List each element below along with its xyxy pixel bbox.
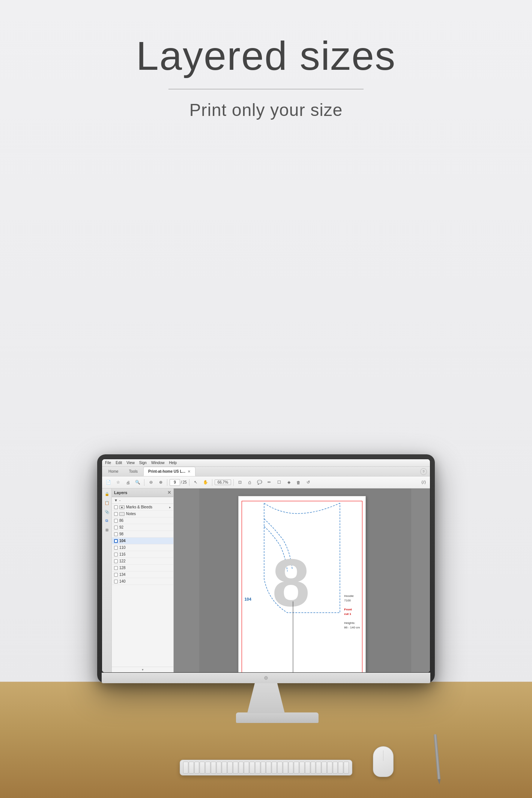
layer-116-checkbox[interactable] bbox=[114, 553, 118, 556]
key-6[interactable] bbox=[211, 762, 216, 774]
key-13[interactable] bbox=[249, 762, 255, 774]
menu-help[interactable]: Help bbox=[169, 461, 177, 465]
key-11[interactable] bbox=[239, 762, 244, 774]
layer-134-checkbox[interactable] bbox=[114, 573, 118, 577]
key-12[interactable] bbox=[244, 762, 249, 774]
tool-lock-icon[interactable]: 🔒 bbox=[103, 490, 111, 497]
tab-print[interactable]: Print-at-home US L... ✕ bbox=[143, 467, 195, 476]
layer-128-checkbox[interactable] bbox=[114, 566, 118, 570]
key-18[interactable] bbox=[277, 762, 283, 774]
key-16[interactable] bbox=[266, 762, 271, 774]
key-24[interactable] bbox=[311, 762, 316, 774]
pattern-number: 7100 bbox=[344, 598, 360, 603]
tool-layers-icon[interactable]: ⧉ bbox=[103, 517, 111, 524]
layer-86-checkbox[interactable] bbox=[114, 519, 118, 523]
key-17[interactable] bbox=[272, 762, 277, 774]
tool-extra-icon[interactable]: ⊞ bbox=[103, 526, 111, 534]
layer-134[interactable]: 134 bbox=[112, 571, 173, 578]
toolbar-sep-2 bbox=[167, 479, 167, 486]
key-21[interactable] bbox=[294, 762, 299, 774]
key-19[interactable] bbox=[283, 762, 288, 774]
key-1[interactable] bbox=[183, 762, 188, 774]
keyboard[interactable] bbox=[180, 760, 352, 775]
page-input[interactable] bbox=[170, 479, 180, 486]
menu-window[interactable]: Window bbox=[151, 461, 165, 465]
layer-98-checkbox[interactable] bbox=[114, 532, 118, 536]
layer-92-checkbox[interactable] bbox=[114, 526, 118, 529]
key-4[interactable] bbox=[200, 762, 205, 774]
key-26[interactable] bbox=[322, 762, 327, 774]
toolbar-new-icon[interactable]: 📄 bbox=[104, 478, 113, 487]
toolbar-stamp-icon[interactable]: ◈ bbox=[285, 478, 293, 487]
tab-tools[interactable]: Tools bbox=[124, 467, 143, 476]
toolbar-hand-icon[interactable]: ✋ bbox=[201, 478, 210, 487]
key-22[interactable] bbox=[299, 762, 305, 774]
key-10[interactable] bbox=[233, 762, 238, 774]
key-14[interactable] bbox=[255, 762, 260, 774]
layer-marks-bleeds[interactable]: ■ Marks & Bleeds ▸ bbox=[112, 504, 173, 511]
key-28[interactable] bbox=[333, 762, 338, 774]
tab-home[interactable]: Home bbox=[104, 467, 123, 476]
toolbar-share-icon[interactable]: ⟨/⟩ bbox=[419, 478, 428, 487]
layer-marks-expand[interactable]: ▸ bbox=[169, 505, 171, 509]
layers-scroll-down[interactable]: ▾ bbox=[112, 667, 173, 672]
layer-104-checkbox[interactable] bbox=[114, 539, 118, 543]
layer-marks-checkbox[interactable] bbox=[114, 505, 118, 509]
key-29[interactable] bbox=[338, 762, 343, 774]
key-30[interactable] bbox=[344, 762, 349, 774]
key-25[interactable] bbox=[316, 762, 321, 774]
key-20[interactable] bbox=[289, 762, 294, 774]
toolbar-delete-icon[interactable]: 🗑 bbox=[295, 478, 303, 487]
key-7[interactable] bbox=[216, 762, 222, 774]
toolbar-crop-icon[interactable]: ⊡ bbox=[236, 478, 244, 487]
key-27[interactable] bbox=[327, 762, 332, 774]
toolbar-zoom-icon[interactable]: 🔍 bbox=[134, 478, 142, 487]
gray-right-margin bbox=[411, 488, 430, 672]
toolbar-pen-icon[interactable]: ✏ bbox=[265, 478, 274, 487]
pattern-heights-label: Heights: bbox=[344, 621, 360, 625]
toolbar-bookmark-icon[interactable]: ☆ bbox=[114, 478, 122, 487]
monitor: File Edit View Sign Window Help Home To bbox=[97, 454, 435, 723]
zoom-display[interactable]: 66.7% bbox=[215, 479, 231, 485]
key-9[interactable] bbox=[227, 762, 233, 774]
layer-notes-checkbox[interactable] bbox=[114, 512, 118, 516]
key-2[interactable] bbox=[189, 762, 194, 774]
tool-attach-icon[interactable]: 📎 bbox=[103, 508, 111, 515]
tool-pages-icon[interactable]: 📋 bbox=[103, 499, 111, 506]
layers-close-icon[interactable]: ✕ bbox=[167, 490, 171, 495]
layer-110-checkbox[interactable] bbox=[114, 546, 118, 550]
layer-122-checkbox[interactable] bbox=[114, 559, 118, 563]
menu-view[interactable]: View bbox=[126, 461, 135, 465]
toolbar-extract-icon[interactable]: ⎙ bbox=[246, 478, 254, 487]
layer-98[interactable]: 98 bbox=[112, 531, 173, 538]
layer-140[interactable]: 140 bbox=[112, 578, 173, 585]
layer-notes[interactable]: Notes bbox=[112, 511, 173, 517]
key-3[interactable] bbox=[194, 762, 200, 774]
layer-86[interactable]: 86 bbox=[112, 517, 173, 524]
key-15[interactable] bbox=[261, 762, 266, 774]
key-5[interactable] bbox=[205, 762, 210, 774]
layer-116[interactable]: 116 bbox=[112, 551, 173, 558]
layer-92[interactable]: 92 bbox=[112, 524, 173, 531]
toolbar-prev-icon[interactable]: ⊖ bbox=[147, 478, 155, 487]
mouse[interactable] bbox=[373, 746, 394, 777]
layer-104[interactable]: 104 bbox=[112, 538, 173, 544]
toolbar-print-icon[interactable]: 🖨 bbox=[124, 478, 132, 487]
layer-122[interactable]: 122 bbox=[112, 558, 173, 565]
tab-close-icon[interactable]: ✕ bbox=[188, 470, 191, 473]
layers-controls[interactable]: ▼ - bbox=[112, 497, 173, 504]
toolbar-select-icon[interactable]: ↖ bbox=[192, 478, 200, 487]
key-23[interactable] bbox=[305, 762, 310, 774]
layer-128[interactable]: 128 bbox=[112, 565, 173, 571]
menu-file[interactable]: File bbox=[105, 461, 111, 465]
key-8[interactable] bbox=[222, 762, 227, 774]
toolbar-rotate-icon[interactable]: ↺ bbox=[304, 478, 313, 487]
layer-110[interactable]: 110 bbox=[112, 544, 173, 551]
toolbar-comment-icon[interactable]: 💬 bbox=[255, 478, 264, 487]
menu-edit[interactable]: Edit bbox=[116, 461, 122, 465]
toolbar-highlight-icon[interactable]: ☐ bbox=[275, 478, 283, 487]
layer-140-checkbox[interactable] bbox=[114, 580, 118, 583]
menu-sign[interactable]: Sign bbox=[139, 461, 147, 465]
toolbar-next-icon[interactable]: ⊕ bbox=[156, 478, 165, 487]
help-icon[interactable]: ? bbox=[420, 468, 427, 475]
